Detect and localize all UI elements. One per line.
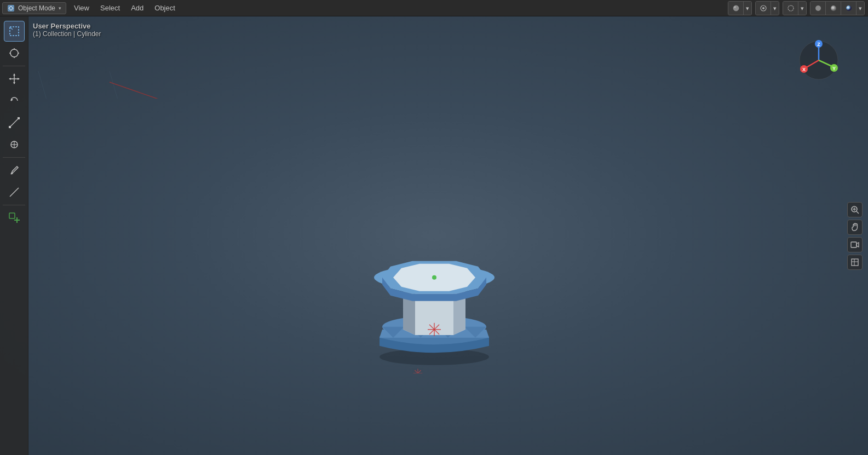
svg-line-9	[110, 82, 164, 99]
tool-annotate[interactable]	[4, 160, 25, 181]
viewport-3d[interactable]: User Perspective (1) Collection | Cylind…	[0, 16, 868, 455]
axis-gizmo: Z Y X	[797, 38, 841, 82]
xray-dropdown-btn[interactable]: ▾	[798, 2, 806, 15]
svg-line-78	[415, 370, 421, 373]
tool-measure[interactable]	[4, 182, 25, 203]
svg-line-81	[429, 324, 439, 334]
svg-marker-68	[437, 326, 459, 337]
svg-text:Z: Z	[817, 42, 820, 47]
svg-marker-45	[9, 78, 11, 80]
svg-point-85	[815, 40, 823, 48]
top-right-toolbar: ▾ ▾ ▾ ▾	[727, 0, 868, 16]
overlays-dropdown-btn[interactable]: ▾	[771, 2, 779, 15]
svg-rect-60	[9, 213, 15, 218]
svg-point-64	[380, 325, 489, 349]
overlays-group: ▾	[755, 1, 779, 15]
svg-point-63	[380, 348, 489, 365]
svg-line-82	[429, 324, 439, 334]
svg-point-5	[788, 5, 794, 11]
left-toolbar	[0, 16, 28, 455]
svg-line-77	[415, 370, 421, 373]
svg-line-33	[38, 71, 148, 99]
tool-transform[interactable]	[4, 134, 25, 155]
camera-view-btn[interactable]	[847, 237, 863, 252]
svg-rect-49	[18, 117, 20, 119]
mode-label: Object Mode	[18, 4, 55, 12]
svg-point-6	[815, 5, 821, 11]
svg-line-87	[819, 60, 833, 67]
svg-rect-72	[415, 274, 453, 335]
svg-text:Y: Y	[832, 66, 836, 71]
svg-rect-97	[851, 242, 856, 247]
svg-point-4	[762, 7, 764, 9]
svg-rect-99	[852, 259, 858, 266]
3d-object-svg	[338, 143, 530, 373]
svg-marker-66	[382, 326, 404, 337]
mode-selector[interactable]: Object Mode ▾	[2, 2, 66, 14]
svg-point-83	[800, 41, 838, 79]
toolbar-separator-3	[3, 205, 25, 205]
render-mode-group: ▾	[810, 1, 865, 15]
svg-point-8	[846, 5, 852, 11]
right-viewport-toolbar	[847, 202, 863, 270]
render-material-btn[interactable]	[826, 2, 841, 15]
mode-dropdown-arrow: ▾	[59, 5, 61, 11]
viewport-labels: User Perspective (1) Collection | Cylind…	[33, 22, 101, 38]
svg-rect-51	[9, 126, 11, 128]
shading-dropdown-btn[interactable]: ▾	[744, 2, 751, 15]
overlays-btn[interactable]	[756, 2, 771, 15]
3d-object-container	[338, 143, 530, 375]
render-dropdown-btn[interactable]: ▾	[856, 2, 864, 15]
tool-select-box[interactable]	[4, 21, 25, 42]
viewport-shading-group: ▾	[728, 1, 752, 15]
hand-btn[interactable]	[847, 220, 863, 235]
menu-view[interactable]: View	[68, 0, 95, 16]
zoom-btn[interactable]	[847, 202, 863, 217]
svg-marker-69	[464, 326, 486, 337]
toolbar-separator-1	[3, 66, 25, 66]
menu-add[interactable]: Add	[125, 0, 149, 16]
svg-point-1	[733, 5, 739, 11]
svg-text:X: X	[802, 67, 806, 72]
xray-btn[interactable]	[783, 2, 798, 15]
svg-point-7	[831, 5, 836, 11]
svg-point-36	[10, 49, 18, 57]
svg-rect-70	[403, 280, 414, 329]
shading-solid-btn[interactable]	[728, 2, 744, 15]
svg-marker-46	[18, 78, 20, 80]
svg-point-88	[830, 64, 838, 72]
grid-view-btn[interactable]	[847, 255, 863, 270]
svg-marker-43	[13, 73, 15, 76]
menu-object[interactable]: Object	[149, 0, 181, 16]
svg-rect-71	[455, 280, 465, 329]
svg-line-90	[806, 60, 819, 68]
svg-line-94	[856, 211, 859, 214]
tool-scale[interactable]	[4, 112, 25, 133]
svg-point-73	[374, 265, 495, 289]
menu-select[interactable]: Select	[95, 0, 125, 16]
mode-icon	[7, 4, 15, 12]
svg-marker-67	[410, 326, 432, 337]
collection-label: (1) Collection | Cylinder	[33, 30, 101, 38]
tool-rotate[interactable]	[4, 90, 25, 111]
svg-point-74	[432, 275, 436, 279]
perspective-label: User Perspective	[33, 22, 101, 30]
xray-group: ▾	[783, 1, 807, 15]
svg-point-91	[800, 65, 808, 73]
toolbar-separator-2	[3, 157, 25, 158]
svg-marker-44	[13, 82, 15, 84]
svg-point-65	[382, 315, 486, 337]
tool-cursor[interactable]	[4, 43, 25, 64]
tool-add-object[interactable]	[4, 208, 25, 228]
render-render-btn[interactable]	[841, 2, 856, 15]
svg-marker-47	[11, 99, 13, 101]
svg-line-23	[110, 71, 164, 99]
tool-move[interactable]	[4, 68, 25, 89]
svg-marker-98	[856, 243, 859, 247]
render-solid-btn[interactable]	[810, 2, 826, 15]
